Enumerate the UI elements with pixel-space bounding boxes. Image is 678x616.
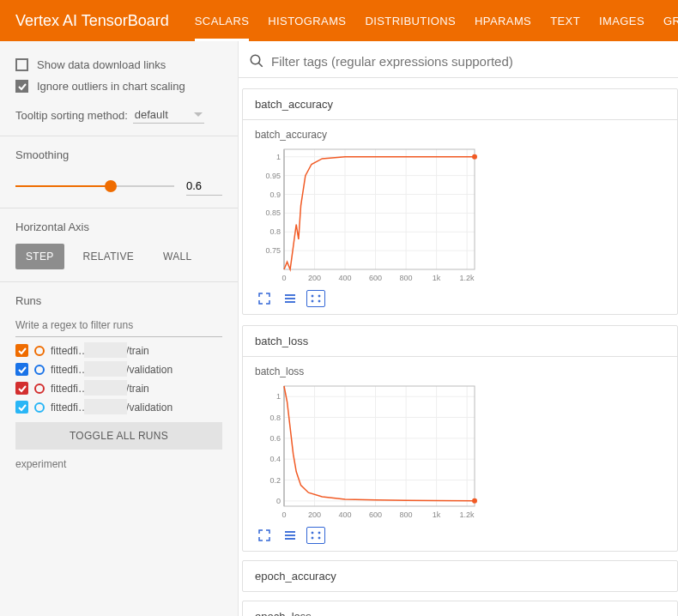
svg-text:800: 800: [400, 510, 413, 519]
svg-text:400: 400: [339, 274, 352, 282]
svg-point-34: [312, 295, 313, 297]
tab-graphs[interactable]: GRAPHS: [663, 0, 678, 41]
show-download-checkbox[interactable]: [15, 58, 28, 71]
svg-text:0: 0: [281, 510, 286, 519]
chart-title-batch-accuracy: batch_accuracy: [255, 129, 665, 141]
group-header-batch-accuracy[interactable]: batch_accuracy: [243, 89, 677, 119]
svg-text:800: 800: [400, 274, 413, 282]
svg-text:400: 400: [339, 510, 352, 519]
svg-text:200: 200: [308, 274, 321, 282]
ignore-outliers-checkbox[interactable]: [15, 80, 28, 93]
svg-line-1: [258, 63, 263, 67]
tag-filter-input[interactable]: [271, 54, 664, 69]
horizontal-axis-label: Horizontal Axis: [15, 220, 222, 233]
svg-point-71: [318, 532, 320, 534]
svg-point-0: [251, 55, 260, 64]
run-checkbox[interactable]: [15, 363, 28, 376]
svg-point-72: [312, 537, 313, 539]
run-item[interactable]: fittedfi…-165034/train: [15, 344, 222, 357]
smoothing-label: Smoothing: [15, 148, 222, 161]
svg-rect-29: [284, 149, 475, 269]
nav-tabs: SCALARS HISTOGRAMS DISTRIBUTIONS HPARAMS…: [195, 0, 678, 41]
tab-scalars[interactable]: SCALARS: [195, 0, 250, 41]
svg-rect-65: [284, 386, 475, 506]
experiment-label: experiment: [15, 458, 222, 470]
tooltip-sort-value: default: [135, 108, 168, 121]
svg-text:0.9: 0.9: [269, 190, 281, 199]
runs-list: fittedfi…-165034/trainfittedfi…-165034/v…: [15, 344, 222, 414]
tab-text[interactable]: TEXT: [550, 0, 580, 41]
svg-text:1k: 1k: [433, 510, 441, 519]
svg-text:0.75: 0.75: [265, 246, 281, 255]
run-label: fittedfi…-203439/validation: [51, 402, 173, 414]
svg-text:0.2: 0.2: [269, 476, 281, 485]
list-icon[interactable]: [281, 290, 300, 307]
run-item[interactable]: fittedfi…-203439/validation: [15, 401, 222, 414]
chart-title-batch-loss: batch_loss: [255, 365, 665, 377]
chart-batch-accuracy[interactable]: 0.750.80.850.90.95102004006008001k1.2k: [255, 146, 480, 283]
group-batch-accuracy: batch_accuracy batch_accuracy 0.750.80.8…: [242, 88, 678, 315]
run-label: fittedfi…-165034/train: [51, 345, 149, 357]
svg-text:0: 0: [281, 274, 286, 282]
smoothing-input[interactable]: [186, 177, 222, 196]
svg-text:1.2k: 1.2k: [460, 510, 475, 519]
svg-text:1k: 1k: [433, 274, 441, 282]
svg-text:200: 200: [308, 510, 321, 519]
svg-text:0.6: 0.6: [269, 434, 281, 443]
fullscreen-icon[interactable]: [255, 527, 274, 544]
axis-relative-button[interactable]: RELATIVE: [73, 244, 145, 269]
runs-label: Runs: [15, 294, 222, 307]
svg-point-37: [318, 300, 320, 302]
run-checkbox[interactable]: [15, 382, 28, 395]
chart-batch-loss[interactable]: 00.20.40.60.8102004006008001k1.2k: [255, 383, 480, 520]
chevron-down-icon: [194, 112, 203, 118]
group-header-batch-loss[interactable]: batch_loss: [243, 326, 677, 356]
run-label: fittedfi…-165034/validation: [51, 364, 173, 376]
axis-wall-button[interactable]: WALL: [153, 244, 202, 269]
svg-text:1: 1: [276, 153, 281, 161]
tab-distributions[interactable]: DISTRIBUTIONS: [365, 0, 456, 41]
run-item[interactable]: fittedfi…-165034/validation: [15, 363, 222, 376]
svg-text:600: 600: [369, 274, 382, 282]
svg-text:0.8: 0.8: [269, 414, 281, 422]
smoothing-slider[interactable]: [15, 185, 174, 187]
brand-title: Vertex AI TensorBoard: [15, 12, 169, 30]
tab-images[interactable]: IMAGES: [599, 0, 645, 41]
run-radio[interactable]: [34, 402, 45, 413]
app-header: Vertex AI TensorBoard SCALARS HISTOGRAMS…: [0, 0, 678, 41]
run-item[interactable]: fittedfi…-203439/train: [15, 382, 222, 395]
svg-text:0.4: 0.4: [269, 455, 281, 463]
main-panel: batch_accuracy batch_accuracy 0.750.80.8…: [239, 41, 678, 616]
svg-point-70: [312, 532, 313, 534]
run-radio[interactable]: [34, 365, 45, 375]
svg-text:600: 600: [369, 510, 382, 519]
sidebar: Show data download links Ignore outliers…: [0, 41, 239, 616]
toggle-all-runs-button[interactable]: TOGGLE ALL RUNS: [15, 422, 222, 450]
run-checkbox[interactable]: [15, 344, 28, 357]
run-checkbox[interactable]: [15, 401, 28, 414]
fullscreen-icon[interactable]: [255, 290, 274, 307]
svg-point-35: [318, 295, 320, 297]
fit-domain-icon[interactable]: [306, 527, 325, 544]
search-icon: [249, 53, 264, 69]
svg-text:0: 0: [276, 497, 281, 505]
tooltip-sort-select[interactable]: default: [133, 106, 204, 124]
run-radio[interactable]: [34, 383, 45, 394]
group-epoch-loss[interactable]: epoch_loss: [242, 601, 678, 616]
svg-point-36: [312, 300, 313, 302]
ignore-outliers-label: Ignore outliers in chart scaling: [37, 80, 185, 93]
svg-point-30: [472, 154, 477, 160]
tooltip-sort-label: Tooltip sorting method:: [15, 109, 128, 122]
fit-domain-icon[interactable]: [306, 290, 325, 307]
svg-text:0.8: 0.8: [269, 227, 281, 236]
svg-point-73: [318, 537, 320, 539]
axis-step-button[interactable]: STEP: [15, 244, 64, 269]
runs-filter-input[interactable]: [15, 314, 222, 337]
list-icon[interactable]: [281, 527, 300, 544]
group-batch-loss: batch_loss batch_loss 00.20.40.60.810200…: [242, 325, 678, 552]
group-epoch-accuracy[interactable]: epoch_accuracy: [242, 560, 678, 592]
run-radio[interactable]: [34, 346, 45, 356]
tab-hparams[interactable]: HPARAMS: [475, 0, 531, 41]
tab-histograms[interactable]: HISTOGRAMS: [268, 0, 346, 41]
svg-text:1: 1: [276, 392, 281, 401]
